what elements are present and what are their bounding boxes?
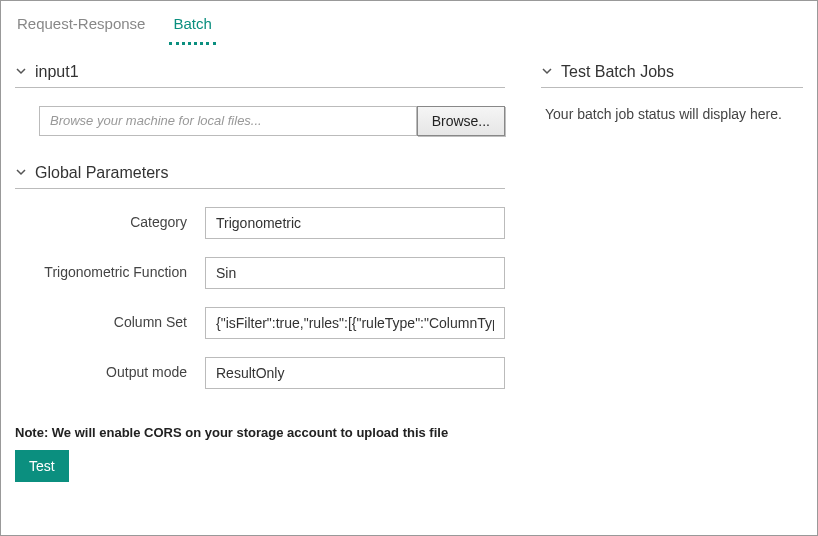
- test-button[interactable]: Test: [15, 450, 69, 482]
- label-category: Category: [15, 207, 205, 231]
- browse-button[interactable]: Browse...: [417, 106, 505, 136]
- param-row-category: Category: [15, 207, 505, 239]
- input-column-set[interactable]: [205, 307, 505, 339]
- label-trig-function: Trigonometric Function: [15, 257, 205, 281]
- file-browse-row: Browse your machine for local files... B…: [39, 106, 505, 136]
- chevron-down-icon: [541, 65, 553, 80]
- label-output-mode: Output mode: [15, 357, 205, 381]
- param-row-trig-function: Trigonometric Function: [15, 257, 505, 289]
- section-global-params-header[interactable]: Global Parameters: [15, 164, 505, 189]
- input-output-mode[interactable]: [205, 357, 505, 389]
- section-test-batch-jobs-title: Test Batch Jobs: [561, 63, 674, 81]
- section-input1-header[interactable]: input1: [15, 63, 505, 88]
- tabs-bar: Request-Response Batch: [1, 1, 817, 45]
- param-row-column-set: Column Set: [15, 307, 505, 339]
- input-trig-function[interactable]: [205, 257, 505, 289]
- chevron-down-icon: [15, 166, 27, 181]
- tab-batch[interactable]: Batch: [169, 9, 215, 45]
- section-global-params-title: Global Parameters: [35, 164, 168, 182]
- cors-note: Note: We will enable CORS on your storag…: [15, 425, 817, 440]
- section-input1-title: input1: [35, 63, 79, 81]
- chevron-down-icon: [15, 65, 27, 80]
- tab-request-response[interactable]: Request-Response: [13, 9, 149, 45]
- section-test-batch-jobs-header[interactable]: Test Batch Jobs: [541, 63, 803, 88]
- input-category[interactable]: [205, 207, 505, 239]
- label-column-set: Column Set: [15, 307, 205, 331]
- param-row-output-mode: Output mode: [15, 357, 505, 389]
- batch-status-text: Your batch job status will display here.: [541, 106, 803, 122]
- file-path-input[interactable]: Browse your machine for local files...: [39, 106, 417, 136]
